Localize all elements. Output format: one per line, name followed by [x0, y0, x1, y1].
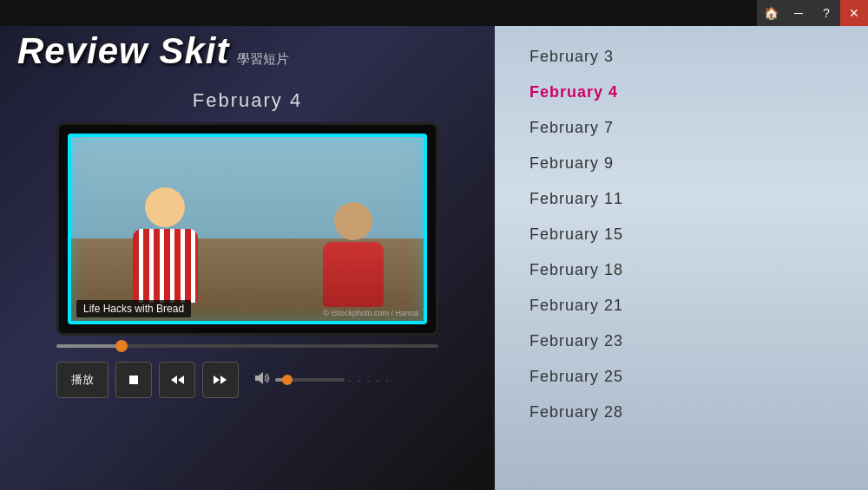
- volume-section: - - - - -: [253, 370, 391, 390]
- date-list-item[interactable]: February 3: [495, 39, 868, 75]
- date-list: February 3February 4February 7February 9…: [495, 26, 868, 490]
- svg-rect-0: [129, 376, 138, 384]
- date-list-item[interactable]: February 18: [495, 252, 868, 288]
- current-date-display: February 4: [0, 89, 495, 112]
- forward-icon: [213, 374, 228, 386]
- rewind-icon: [169, 374, 185, 386]
- forward-button[interactable]: [202, 362, 239, 398]
- svg-marker-2: [178, 376, 184, 384]
- app-title-chinese: 學習短片: [237, 51, 289, 66]
- volume-dots: - - - - -: [348, 375, 391, 385]
- person1: [133, 187, 198, 296]
- person2: [323, 202, 384, 302]
- close-button[interactable]: ✕: [840, 0, 868, 26]
- minimize-button[interactable]: ─: [785, 0, 812, 26]
- date-list-item[interactable]: February 9: [495, 146, 868, 181]
- date-list-item[interactable]: February 23: [495, 323, 868, 359]
- progress-track[interactable]: [56, 344, 438, 348]
- svg-marker-4: [220, 376, 227, 384]
- date-list-item[interactable]: February 7: [495, 110, 868, 146]
- play-button[interactable]: 播放: [56, 362, 108, 398]
- date-list-item[interactable]: February 15: [495, 217, 868, 252]
- date-list-item[interactable]: February 28: [495, 395, 868, 430]
- stop-icon: [128, 374, 140, 386]
- date-list-item[interactable]: February 21: [495, 288, 868, 323]
- date-list-item[interactable]: February 11: [495, 181, 868, 217]
- date-list-item[interactable]: February 4: [495, 75, 868, 110]
- controls-bar: 播放: [56, 355, 438, 405]
- svg-marker-1: [171, 376, 177, 384]
- volume-track[interactable]: [275, 378, 345, 382]
- volume-thumb[interactable]: [282, 375, 293, 385]
- svg-marker-3: [214, 376, 220, 384]
- video-player[interactable]: Life Hacks with Bread © iStockphoto.com …: [68, 134, 427, 324]
- svg-marker-5: [255, 372, 263, 384]
- app-title: Review Skit: [17, 30, 229, 71]
- left-panel: Review Skit 學習短片 February 4 Life Hacks w: [0, 0, 495, 490]
- top-bar: 🏠 ─ ? ✕: [0, 0, 868, 26]
- video-watermark: © iStockphoto.com / Hanna: [323, 309, 418, 317]
- video-caption: Life Hacks with Bread: [76, 300, 191, 317]
- progress-thumb[interactable]: [115, 340, 128, 352]
- home-button[interactable]: 🏠: [757, 0, 785, 26]
- speaker-icon: [253, 370, 272, 386]
- volume-icon[interactable]: [253, 370, 272, 390]
- video-outer-frame: Life Hacks with Bread © iStockphoto.com …: [56, 122, 438, 336]
- date-list-item[interactable]: February 25: [495, 359, 868, 395]
- help-button[interactable]: ?: [812, 0, 840, 26]
- video-container: Life Hacks with Bread © iStockphoto.com …: [56, 122, 438, 336]
- progress-bar-container[interactable]: [56, 344, 438, 348]
- rewind-button[interactable]: [159, 362, 195, 398]
- right-panel: studio. Classroom February 3February 4Fe…: [495, 0, 868, 490]
- stop-button[interactable]: [115, 362, 152, 398]
